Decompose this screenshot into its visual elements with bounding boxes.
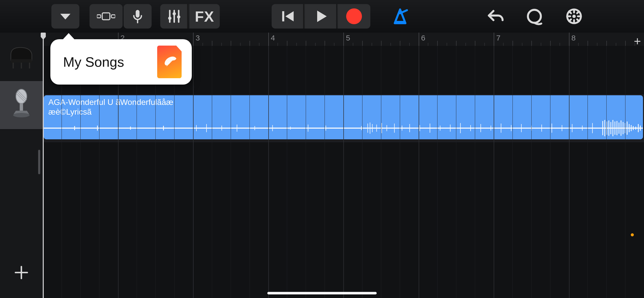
ruler-tick-sub: [635, 43, 635, 46]
gridline: [325, 46, 325, 298]
svg-rect-71: [521, 124, 522, 132]
svg-rect-87: [619, 123, 619, 134]
ruler-bar-label: 3: [196, 34, 200, 42]
svg-rect-13: [395, 21, 405, 23]
ruler-tick-beat: [325, 41, 325, 46]
gridline: [250, 46, 250, 298]
svg-rect-79: [602, 121, 603, 135]
ruler-tick-beat: [362, 41, 363, 46]
svg-rect-43: [237, 125, 237, 132]
svg-point-8: [168, 17, 171, 20]
svg-rect-11: [282, 11, 284, 21]
ruler-tick-sub: [334, 43, 334, 46]
svg-point-31: [13, 113, 30, 117]
sliders-icon: [167, 9, 182, 24]
undo-button[interactable]: [482, 4, 510, 29]
fx-label: FX: [195, 8, 214, 25]
ruler-tick-sub: [616, 43, 616, 46]
ruler-bar-label: 7: [496, 34, 501, 42]
input-mic-button[interactable]: [124, 4, 152, 29]
toolbar-separator: [187, 4, 188, 29]
svg-line-22: [577, 19, 579, 21]
svg-rect-69: [501, 124, 501, 133]
autosave-indicator: [631, 233, 634, 236]
metronome-icon: [391, 7, 409, 25]
gridline: [625, 46, 625, 298]
home-indicator[interactable]: [267, 292, 377, 294]
svg-line-24: [569, 19, 571, 21]
my-songs-popover[interactable]: My Songs: [50, 39, 192, 85]
ruler-tick-beat: [513, 41, 513, 46]
svg-rect-84: [612, 120, 613, 136]
svg-rect-57: [387, 125, 387, 131]
ruler-tick-sub: [296, 43, 297, 46]
toolbar-separator: [336, 4, 337, 29]
ruler-tick-beat: [306, 41, 306, 46]
svg-rect-91: [627, 121, 627, 135]
track-scrollbar[interactable]: [38, 150, 40, 174]
chevron-down-icon: [58, 9, 73, 24]
ruler-tick-major: [268, 33, 269, 46]
gridline: [343, 46, 344, 298]
svg-rect-59: [402, 126, 402, 131]
ruler-tick-sub: [315, 43, 316, 46]
svg-rect-78: [592, 123, 593, 133]
gridline: [381, 46, 381, 298]
svg-rect-64: [450, 125, 450, 132]
track-header-piano[interactable]: [0, 33, 43, 81]
svg-rect-95: [635, 127, 636, 130]
ruler-tick-sub: [353, 43, 353, 46]
play-button[interactable]: [305, 4, 337, 29]
svg-rect-66: [470, 125, 471, 131]
studio-microphone-icon: [9, 89, 34, 122]
track-controls-button[interactable]: [160, 4, 188, 29]
ruler-tick-sub: [522, 43, 522, 46]
gridline: [494, 46, 494, 298]
fx-button[interactable]: FX: [189, 4, 220, 29]
ruler-tick-sub: [597, 43, 597, 46]
svg-rect-36: [97, 126, 98, 131]
ruler-tick-sub: [578, 43, 579, 46]
ruler-tick-major: [494, 33, 494, 46]
svg-rect-39: [186, 128, 364, 129]
record-button[interactable]: [338, 4, 370, 29]
svg-rect-54: [372, 124, 373, 132]
svg-rect-86: [617, 121, 617, 135]
playhead[interactable]: [43, 33, 44, 298]
svg-rect-3: [136, 10, 140, 18]
svg-rect-34: [44, 128, 186, 129]
svg-rect-25: [11, 59, 32, 63]
ruler-tick-beat: [400, 41, 400, 46]
song-menu-button[interactable]: [51, 4, 79, 29]
svg-rect-63: [440, 126, 440, 131]
loop-browser-button[interactable]: [520, 4, 548, 29]
svg-rect-58: [394, 124, 395, 133]
gridline: [268, 46, 269, 298]
ruler-tick-beat: [212, 41, 212, 46]
svg-rect-52: [368, 124, 368, 133]
ruler-tick-sub: [465, 43, 466, 46]
ruler-tick-sub: [484, 43, 485, 46]
gridline: [569, 46, 569, 298]
ruler-tick-sub: [390, 43, 391, 46]
add-track-button[interactable]: [0, 257, 43, 288]
go-to-start-button[interactable]: [272, 4, 304, 29]
svg-point-14: [528, 10, 541, 23]
gridline: [400, 46, 400, 298]
svg-rect-53: [370, 123, 370, 134]
track-view-button[interactable]: [90, 4, 123, 29]
garageband-document-icon: [157, 46, 182, 78]
gridline: [513, 46, 513, 298]
ruler-tick-major: [193, 33, 194, 46]
track-header-mic[interactable]: [0, 81, 43, 129]
svg-rect-35: [74, 126, 75, 130]
svg-rect-0: [97, 15, 101, 18]
svg-rect-96: [638, 124, 639, 132]
gridline: [193, 46, 194, 298]
ruler-tick-sub: [560, 43, 560, 46]
settings-button[interactable]: [560, 4, 588, 29]
metronome-button[interactable]: [386, 4, 414, 29]
ruler-tick-sub: [221, 43, 222, 46]
svg-rect-61: [419, 125, 420, 131]
svg-rect-44: [255, 126, 255, 130]
